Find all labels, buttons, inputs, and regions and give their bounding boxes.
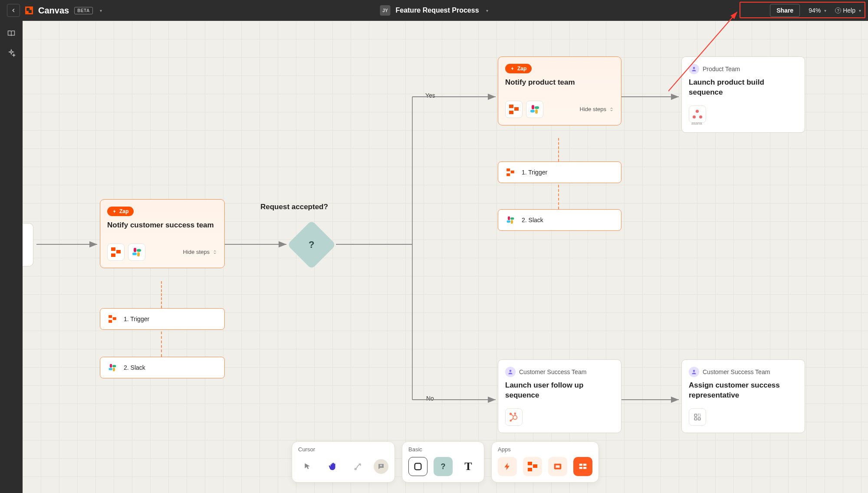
zap-badge-label: Zap (517, 66, 526, 72)
book-icon[interactable] (7, 29, 16, 38)
zapier-icon (505, 101, 523, 118)
hide-steps-label: Hide steps (183, 249, 210, 255)
decision-shape-tool[interactable]: ? (434, 457, 453, 476)
offscreen-card-edge (23, 223, 33, 266)
step-card-trigger-1[interactable]: 1. Trigger (100, 308, 225, 330)
step-card-trigger-2[interactable]: 1. Trigger (498, 161, 621, 183)
user-avatar[interactable]: JY (380, 5, 390, 16)
rect-shape-tool[interactable] (408, 457, 427, 476)
zapier-app-tool[interactable] (523, 457, 542, 476)
svg-rect-26 (415, 463, 421, 470)
document-title[interactable]: Feature Request Process (395, 7, 479, 14)
step-label: 2. Slack (124, 364, 145, 371)
toolbar-group-cursor: Cursor + (292, 441, 395, 483)
zap-node-title: Notify product team (505, 78, 614, 88)
toolbar-group-apps: Apps (491, 441, 599, 483)
step-label: 1. Trigger (124, 316, 149, 322)
zapier-icon (106, 313, 118, 325)
card-title: Launch user follow up sequence (505, 381, 614, 401)
zapier-icon (107, 243, 125, 261)
slack-icon (128, 243, 145, 261)
svg-point-19 (693, 370, 695, 372)
user-avatar-icon (689, 64, 699, 74)
svg-rect-32 (583, 467, 586, 469)
sparkle-icon[interactable] (7, 49, 16, 58)
zap-badge-label: Zap (119, 208, 128, 214)
bolt-icon (112, 209, 117, 214)
zoom-dropdown[interactable]: 94%▾ (809, 7, 826, 14)
zap-node-title: Notify customer success team (107, 220, 217, 230)
step-connector (558, 185, 559, 209)
hide-steps-toggle[interactable]: Hide steps (183, 249, 217, 255)
zap-node-notify-cs[interactable]: Zap Notify customer success team Hide st… (100, 199, 225, 268)
team-name: Product Team (703, 66, 740, 72)
comment-tool[interactable]: + (374, 459, 388, 474)
left-sidebar (0, 21, 23, 493)
svg-point-24 (355, 468, 356, 470)
zapier-icon (504, 166, 516, 178)
svg-rect-30 (583, 464, 586, 466)
topbar-center: JY Feature Request Process ▾ (380, 5, 488, 16)
svg-rect-22 (698, 417, 700, 420)
back-button[interactable] (7, 4, 20, 17)
svg-rect-20 (694, 414, 697, 416)
share-button[interactable]: Share (770, 4, 800, 17)
decision-title: Request accepted? (260, 203, 328, 211)
table-app-tool[interactable] (573, 457, 592, 476)
card-title: Assign customer success representative (689, 381, 798, 401)
top-bar: Canvas BETA ▾ JY Feature Request Process… (0, 0, 868, 21)
svg-point-11 (510, 370, 512, 372)
zap-badge: Zap (107, 207, 134, 216)
team-name: Customer Success Team (519, 368, 586, 375)
team-row: Customer Success Team (689, 367, 798, 377)
svg-point-18 (510, 413, 512, 415)
step-card-slack-1[interactable]: 2. Slack (100, 357, 225, 378)
chevron-down-icon: ▾ (824, 8, 826, 13)
step-label: 1. Trigger (522, 169, 547, 176)
step-connector (161, 332, 162, 357)
user-avatar-icon (689, 367, 699, 377)
canvas-area[interactable]: Request accepted? ? Yes No Zap Notify cu… (23, 21, 868, 493)
edge-label-yes: Yes (425, 92, 435, 99)
doc-title-chevron-icon[interactable]: ▾ (486, 8, 488, 13)
slack-icon (526, 101, 543, 118)
zap-node-notify-product[interactable]: Zap Notify product team Hide steps (498, 56, 621, 125)
svg-point-12 (513, 415, 517, 419)
svg-point-14 (514, 413, 516, 414)
svg-rect-23 (698, 414, 700, 416)
decision-symbol: ? (309, 239, 314, 250)
slack-icon (504, 214, 516, 226)
step-card-slack-2[interactable]: 2. Slack (498, 209, 621, 231)
topbar-right: Share 94%▾ ?Help▾ (770, 4, 861, 17)
connector-tool[interactable] (349, 457, 368, 476)
card-assign-rep[interactable]: Customer Success Team Assign customer su… (681, 359, 805, 433)
user-avatar-icon (505, 367, 516, 377)
toolbar-group-label: Apps (498, 446, 592, 453)
decision-diamond[interactable]: ? (287, 220, 336, 269)
svg-point-16 (510, 420, 511, 421)
help-icon: ? (835, 7, 841, 13)
cursor-tool[interactable] (298, 457, 317, 476)
card-launch-followup[interactable]: Customer Success Team Launch user follow… (498, 359, 621, 433)
svg-rect-21 (694, 417, 697, 420)
slack-icon (106, 362, 118, 374)
hide-steps-toggle[interactable]: Hide steps (580, 106, 614, 112)
team-name: Customer Success Team (703, 368, 770, 375)
bolt-icon (510, 66, 515, 71)
card-launch-product-build[interactable]: Product Team Launch product build sequen… (681, 56, 805, 133)
zap-badge: Zap (505, 64, 532, 73)
chevron-down-icon[interactable]: ▾ (100, 8, 102, 13)
svg-rect-28 (556, 465, 559, 468)
zap-node-app-icons (107, 243, 145, 261)
help-label: Help (843, 7, 855, 14)
text-tool[interactable]: T (459, 457, 478, 476)
zap-bolt-tool[interactable] (498, 457, 517, 476)
chevron-sort-icon (212, 249, 217, 255)
toolbar-group-label: Basic (408, 446, 478, 453)
bottom-toolbar: Cursor + Basic ? T Apps (292, 441, 599, 483)
frame-app-tool[interactable] (548, 457, 567, 476)
hand-tool[interactable] (323, 457, 342, 476)
help-dropdown[interactable]: ?Help▾ (835, 7, 861, 14)
toolbar-group-basic: Basic ? T (402, 441, 484, 483)
edge-label-no: No (426, 395, 434, 402)
